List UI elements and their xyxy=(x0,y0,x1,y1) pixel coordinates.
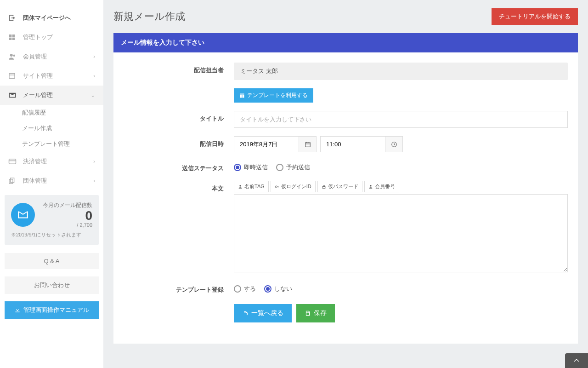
title-label: タイトル xyxy=(124,111,234,123)
radio-label: 即時送信 xyxy=(244,163,268,172)
chevron-down-icon: ⌄ xyxy=(90,92,95,98)
clock-icon[interactable] xyxy=(385,137,402,152)
svg-point-23 xyxy=(370,185,371,186)
nav-site[interactable]: サイト管理 › xyxy=(0,66,103,86)
svg-rect-1 xyxy=(12,34,15,37)
title-input[interactable] xyxy=(234,111,568,128)
box-arrow-icon xyxy=(8,14,17,22)
sidebar-nav: 団体マイページへ 管理トップ 会員管理 › サイト管理 › メール管理 ⌄ xyxy=(0,0,103,190)
nav-mail[interactable]: メール管理 ⌄ xyxy=(0,86,103,105)
radio-icon xyxy=(264,285,271,293)
date-input[interactable] xyxy=(234,137,299,152)
sender-label: 配信担当者 xyxy=(124,63,234,75)
radio-label: しない xyxy=(274,285,292,293)
calendar-icon[interactable] xyxy=(299,137,316,152)
save-button[interactable]: 保存 xyxy=(296,304,335,322)
status-label: 送信ステータス xyxy=(124,161,234,172)
tag-login-id[interactable]: 仮ログインID xyxy=(271,181,316,192)
tutorial-button[interactable]: チュートリアルを開始する xyxy=(492,8,578,25)
nav-label: メール管理 xyxy=(23,91,53,99)
radio-icon xyxy=(276,164,283,171)
svg-point-21 xyxy=(275,185,277,187)
sender-value: ミータス 太郎 xyxy=(234,63,568,80)
stats-note: ※2019/9/1にリセットされます xyxy=(11,231,92,238)
stats-label: 今月のメール配信数 xyxy=(40,201,92,209)
save-label: 保存 xyxy=(314,309,327,317)
time-picker[interactable] xyxy=(320,136,403,152)
svg-rect-14 xyxy=(243,95,244,98)
mail-circle-icon xyxy=(11,203,35,227)
body-label: 本文 xyxy=(124,181,234,193)
svg-rect-12 xyxy=(240,93,244,94)
svg-rect-3 xyxy=(12,38,15,40)
svg-rect-15 xyxy=(305,142,310,146)
tpl-reg-yes[interactable]: する xyxy=(234,285,256,293)
nav-org[interactable]: 団体管理 › xyxy=(0,171,103,190)
stats-card: 今月のメール配信数 0 / 2,700 ※2019/9/1にリセットされます xyxy=(5,195,99,245)
svg-rect-6 xyxy=(9,74,15,79)
svg-rect-10 xyxy=(11,178,14,182)
scroll-top-button[interactable] xyxy=(565,353,588,368)
sub-history[interactable]: 配信履歴 xyxy=(0,105,103,121)
radio-label: する xyxy=(244,285,256,293)
svg-rect-2 xyxy=(9,38,11,40)
nav-label: 会員管理 xyxy=(23,52,47,61)
contact-button[interactable]: お問い合わせ xyxy=(5,276,99,294)
save-icon xyxy=(305,310,311,316)
nav-mypage[interactable]: 団体マイページへ xyxy=(0,8,103,28)
nav-members[interactable]: 会員管理 › xyxy=(0,47,103,66)
chevron-right-icon: › xyxy=(93,53,95,60)
undo-icon xyxy=(242,310,249,316)
nav-label: サイト管理 xyxy=(23,72,53,80)
grid-icon xyxy=(8,34,17,41)
chevron-right-icon: › xyxy=(93,158,95,165)
radio-icon xyxy=(234,285,241,293)
radio-icon xyxy=(234,164,241,171)
mail-icon xyxy=(8,91,17,99)
status-scheduled[interactable]: 予約送信 xyxy=(276,163,310,172)
tpl-reg-label: テンプレート登録 xyxy=(124,282,234,294)
svg-point-4 xyxy=(10,54,13,57)
chevron-right-icon: › xyxy=(93,73,95,79)
card-icon xyxy=(8,157,17,166)
template-icon xyxy=(239,93,245,98)
tag-member-no[interactable]: 会員番号 xyxy=(364,181,399,192)
svg-point-20 xyxy=(239,185,241,186)
nav-label: 決済管理 xyxy=(23,157,47,166)
back-button[interactable]: 一覧へ戻る xyxy=(234,304,292,322)
tag-name[interactable]: 名前TAG xyxy=(234,181,269,192)
chevron-right-icon: › xyxy=(93,178,95,184)
people-icon xyxy=(8,52,17,61)
manual-button[interactable]: 管理画面操作マニュアル xyxy=(5,301,99,319)
svg-point-5 xyxy=(13,55,16,57)
use-template-button[interactable]: テンプレートを利用する xyxy=(234,88,313,103)
tag-password[interactable]: 仮パスワード xyxy=(317,181,362,192)
nav-admin-top[interactable]: 管理トップ xyxy=(0,28,103,47)
window-icon xyxy=(8,72,17,80)
form: 配信担当者 ミータス 太郎 テンプレートを利用する タイトル xyxy=(113,52,578,344)
page-header: 新規メール作成 チュートリアルを開始する xyxy=(113,8,578,25)
sub-compose[interactable]: メール作成 xyxy=(0,121,103,136)
tpl-reg-no[interactable]: しない xyxy=(264,285,292,293)
svg-rect-8 xyxy=(9,159,16,164)
body-textarea[interactable] xyxy=(234,194,568,272)
sub-template[interactable]: テンプレート管理 xyxy=(0,136,103,152)
sidebar: 団体マイページへ 管理トップ 会員管理 › サイト管理 › メール管理 ⌄ xyxy=(0,0,103,368)
status-immediate[interactable]: 即時送信 xyxy=(234,163,268,172)
nav-payment[interactable]: 決済管理 › xyxy=(0,152,103,171)
nav-label: 団体管理 xyxy=(23,177,47,185)
panel: メール情報を入力して下さい 配信担当者 ミータス 太郎 テンプレートを利用する xyxy=(113,33,578,344)
download-icon xyxy=(14,307,21,313)
radio-label: 予約送信 xyxy=(286,163,310,172)
tag-buttons: 名前TAG 仮ログインID 仮パスワード 会員番号 xyxy=(234,181,568,192)
main: 新規メール作成 チュートリアルを開始する メール情報を入力して下さい 配信担当者… xyxy=(103,0,588,368)
panel-header: メール情報を入力して下さい xyxy=(113,33,578,52)
nav-label: 管理トップ xyxy=(23,33,53,41)
qa-button[interactable]: Q & A xyxy=(5,253,99,269)
page-title: 新規メール作成 xyxy=(113,10,185,23)
date-picker[interactable] xyxy=(234,136,317,152)
template-btn-label: テンプレートを利用する xyxy=(247,92,308,99)
svg-rect-22 xyxy=(322,186,325,188)
time-input[interactable] xyxy=(321,137,385,152)
datetime-label: 配信日時 xyxy=(124,136,234,148)
